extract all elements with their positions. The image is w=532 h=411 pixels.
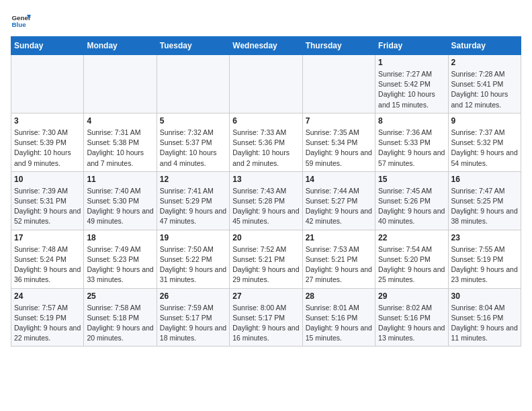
day-number: 25 [87, 291, 153, 301]
calendar-day: 6Sunrise: 7:33 AM Sunset: 5:36 PM Daylig… [230, 113, 302, 171]
empty-day [157, 55, 229, 113]
day-number: 5 [160, 116, 226, 126]
day-info: Sunrise: 7:58 AM Sunset: 5:18 PM Dayligh… [87, 303, 153, 344]
day-info: Sunrise: 7:52 AM Sunset: 5:21 PM Dayligh… [232, 244, 299, 285]
day-info: Sunrise: 7:50 AM Sunset: 5:22 PM Dayligh… [160, 244, 226, 285]
calendar-day: 28Sunrise: 8:01 AM Sunset: 5:16 PM Dayli… [302, 288, 375, 347]
day-number: 13 [232, 175, 299, 184]
empty-day [84, 55, 157, 113]
day-number: 19 [160, 233, 226, 242]
calendar-day: 26Sunrise: 7:59 AM Sunset: 5:17 PM Dayli… [157, 288, 229, 347]
svg-text:Blue: Blue [12, 21, 27, 28]
day-number: 6 [232, 116, 299, 126]
empty-day [230, 55, 302, 113]
day-info: Sunrise: 7:39 AM Sunset: 5:31 PM Dayligh… [14, 186, 81, 227]
calendar-day: 15Sunrise: 7:45 AM Sunset: 5:26 PM Dayli… [375, 171, 448, 230]
day-info: Sunrise: 7:35 AM Sunset: 5:34 PM Dayligh… [306, 128, 372, 169]
day-number: 20 [232, 233, 299, 242]
calendar-day: 17Sunrise: 7:48 AM Sunset: 5:24 PM Dayli… [11, 230, 84, 288]
day-info: Sunrise: 7:53 AM Sunset: 5:21 PM Dayligh… [306, 244, 372, 285]
day-number: 10 [14, 175, 81, 184]
day-number: 15 [378, 175, 445, 184]
weekday-header: Friday [375, 37, 448, 55]
day-info: Sunrise: 7:49 AM Sunset: 5:23 PM Dayligh… [87, 244, 153, 285]
calendar-day: 11Sunrise: 7:40 AM Sunset: 5:30 PM Dayli… [84, 171, 157, 230]
day-info: Sunrise: 7:57 AM Sunset: 5:19 PM Dayligh… [14, 303, 81, 344]
calendar-day: 29Sunrise: 8:02 AM Sunset: 5:16 PM Dayli… [375, 288, 448, 347]
calendar-day: 19Sunrise: 7:50 AM Sunset: 5:22 PM Dayli… [157, 230, 229, 288]
day-info: Sunrise: 7:33 AM Sunset: 5:36 PM Dayligh… [232, 128, 299, 169]
weekday-header: Monday [84, 37, 157, 55]
day-number: 12 [160, 175, 226, 184]
empty-day [11, 55, 84, 113]
day-info: Sunrise: 7:40 AM Sunset: 5:30 PM Dayligh… [87, 186, 153, 227]
calendar-day: 4Sunrise: 7:31 AM Sunset: 5:38 PM Daylig… [84, 113, 157, 171]
weekday-header: Thursday [302, 37, 375, 55]
day-info: Sunrise: 7:36 AM Sunset: 5:33 PM Dayligh… [378, 128, 445, 169]
day-info: Sunrise: 7:32 AM Sunset: 5:37 PM Dayligh… [160, 128, 226, 169]
empty-day [302, 55, 375, 113]
day-number: 28 [306, 291, 372, 301]
day-info: Sunrise: 7:47 AM Sunset: 5:25 PM Dayligh… [451, 186, 518, 227]
calendar-day: 24Sunrise: 7:57 AM Sunset: 5:19 PM Dayli… [11, 288, 84, 347]
calendar-day: 1Sunrise: 7:27 AM Sunset: 5:42 PM Daylig… [375, 55, 448, 113]
calendar-day: 20Sunrise: 7:52 AM Sunset: 5:21 PM Dayli… [230, 230, 302, 288]
day-number: 27 [232, 291, 299, 301]
calendar-day: 22Sunrise: 7:54 AM Sunset: 5:20 PM Dayli… [375, 230, 448, 288]
day-info: Sunrise: 7:31 AM Sunset: 5:38 PM Dayligh… [87, 128, 153, 169]
day-info: Sunrise: 8:01 AM Sunset: 5:16 PM Dayligh… [306, 303, 372, 344]
calendar-day: 8Sunrise: 7:36 AM Sunset: 5:33 PM Daylig… [375, 113, 448, 171]
day-number: 30 [451, 291, 518, 301]
day-number: 11 [87, 175, 153, 184]
day-info: Sunrise: 7:30 AM Sunset: 5:39 PM Dayligh… [14, 128, 81, 169]
day-info: Sunrise: 7:41 AM Sunset: 5:29 PM Dayligh… [160, 186, 226, 227]
day-number: 2 [451, 58, 518, 67]
day-info: Sunrise: 8:02 AM Sunset: 5:16 PM Dayligh… [378, 303, 445, 344]
calendar-day: 21Sunrise: 7:53 AM Sunset: 5:21 PM Dayli… [302, 230, 375, 288]
day-number: 26 [160, 291, 226, 301]
calendar-day: 9Sunrise: 7:37 AM Sunset: 5:32 PM Daylig… [448, 113, 521, 171]
day-info: Sunrise: 8:00 AM Sunset: 5:17 PM Dayligh… [232, 303, 299, 344]
page-header: General Blue [11, 11, 521, 31]
day-number: 24 [14, 291, 81, 301]
calendar-header: SundayMondayTuesdayWednesdayThursdayFrid… [11, 37, 521, 55]
weekday-header: Sunday [11, 37, 84, 55]
calendar-day: 10Sunrise: 7:39 AM Sunset: 5:31 PM Dayli… [11, 171, 84, 230]
day-number: 14 [306, 175, 372, 184]
day-info: Sunrise: 7:37 AM Sunset: 5:32 PM Dayligh… [451, 128, 518, 169]
calendar-day: 2Sunrise: 7:28 AM Sunset: 5:41 PM Daylig… [448, 55, 521, 113]
day-info: Sunrise: 7:44 AM Sunset: 5:27 PM Dayligh… [306, 186, 372, 227]
day-number: 18 [87, 233, 153, 242]
calendar-day: 27Sunrise: 8:00 AM Sunset: 5:17 PM Dayli… [230, 288, 302, 347]
day-number: 23 [451, 233, 518, 242]
day-info: Sunrise: 7:48 AM Sunset: 5:24 PM Dayligh… [14, 244, 81, 285]
day-number: 8 [378, 116, 445, 126]
calendar-day: 16Sunrise: 7:47 AM Sunset: 5:25 PM Dayli… [448, 171, 521, 230]
day-info: Sunrise: 7:55 AM Sunset: 5:19 PM Dayligh… [451, 244, 518, 285]
weekday-header: Wednesday [230, 37, 302, 55]
calendar-day: 23Sunrise: 7:55 AM Sunset: 5:19 PM Dayli… [448, 230, 521, 288]
calendar-day: 12Sunrise: 7:41 AM Sunset: 5:29 PM Dayli… [157, 171, 229, 230]
day-number: 1 [378, 58, 445, 67]
calendar-day: 5Sunrise: 7:32 AM Sunset: 5:37 PM Daylig… [157, 113, 229, 171]
day-number: 7 [306, 116, 372, 126]
day-number: 4 [87, 116, 153, 126]
weekday-header: Tuesday [157, 37, 229, 55]
day-number: 17 [14, 233, 81, 242]
day-number: 22 [378, 233, 445, 242]
calendar-day: 7Sunrise: 7:35 AM Sunset: 5:34 PM Daylig… [302, 113, 375, 171]
logo-icon: General Blue [11, 11, 31, 31]
day-info: Sunrise: 7:54 AM Sunset: 5:20 PM Dayligh… [378, 244, 445, 285]
day-info: Sunrise: 7:28 AM Sunset: 5:41 PM Dayligh… [451, 69, 518, 110]
logo: General Blue [11, 11, 31, 31]
day-number: 21 [306, 233, 372, 242]
day-number: 3 [14, 116, 81, 126]
weekday-header: Saturday [448, 37, 521, 55]
calendar-day: 3Sunrise: 7:30 AM Sunset: 5:39 PM Daylig… [11, 113, 84, 171]
day-number: 29 [378, 291, 445, 301]
calendar-day: 30Sunrise: 8:04 AM Sunset: 5:16 PM Dayli… [448, 288, 521, 347]
day-info: Sunrise: 7:45 AM Sunset: 5:26 PM Dayligh… [378, 186, 445, 227]
day-number: 9 [451, 116, 518, 126]
day-number: 16 [451, 175, 518, 184]
calendar-day: 25Sunrise: 7:58 AM Sunset: 5:18 PM Dayli… [84, 288, 157, 347]
